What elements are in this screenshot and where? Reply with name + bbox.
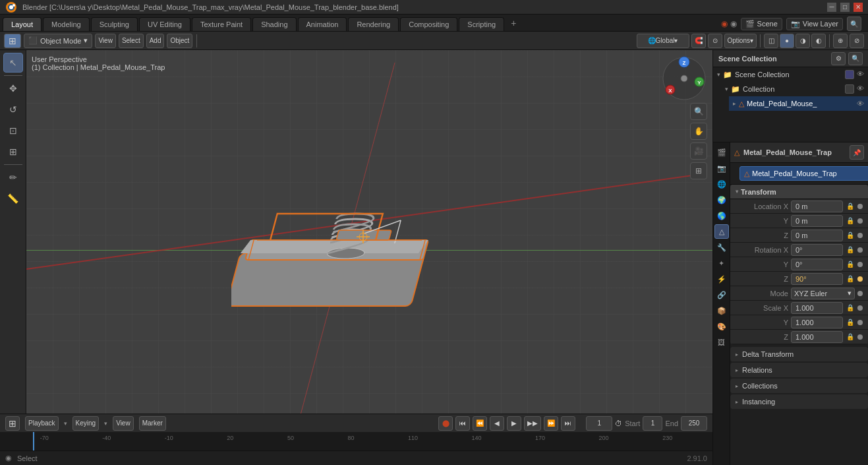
scale-z-dot[interactable] <box>857 334 863 340</box>
rot-mode-dot[interactable] <box>857 291 863 296</box>
constraints-props-tab[interactable]: 🔗 <box>714 288 729 302</box>
modifier-props-tab[interactable]: 🔧 <box>714 240 729 255</box>
marker-menu[interactable]: Marker <box>139 416 166 431</box>
tab-layout[interactable]: Layout <box>3 17 42 31</box>
select-tool-btn[interactable]: ↖ <box>3 53 23 73</box>
loc-x-dot[interactable] <box>857 204 863 209</box>
tab-sculpting[interactable]: Sculpting <box>91 17 138 31</box>
tab-uv-editing[interactable]: UV Editing <box>139 17 190 31</box>
scale-z-lock[interactable]: 🔒 <box>846 332 855 342</box>
tab-animation[interactable]: Animation <box>298 17 347 31</box>
next-frame-btn[interactable]: ⏩ <box>544 416 558 431</box>
sc-checkbox[interactable] <box>845 70 854 79</box>
sc-eye[interactable]: 👁 <box>857 70 864 79</box>
tab-modeling[interactable]: Modeling <box>43 17 90 31</box>
play-btn[interactable]: ▶ <box>507 416 521 431</box>
add-menu[interactable]: Add <box>146 34 165 48</box>
scale-z-value[interactable]: 1.000 <box>791 331 843 343</box>
transform-header[interactable]: ▾ Transform <box>730 185 868 199</box>
add-workspace-btn[interactable]: + <box>506 15 521 31</box>
snap-btn[interactable]: 🧲 <box>691 34 706 48</box>
scene-selector[interactable]: 🎬 Scene <box>741 18 782 30</box>
view-layer-selector[interactable]: 📷 View Layer <box>786 18 843 30</box>
rot-x-dot[interactable] <box>857 247 863 253</box>
view-timeline-menu[interactable]: View <box>113 416 134 431</box>
render-props-tab[interactable]: 🎬 <box>714 145 729 160</box>
outliner-collection[interactable]: ▾ 📁 Collection 👁 <box>721 82 868 96</box>
solid-btn[interactable]: ● <box>780 34 794 48</box>
outliner-filter-btn[interactable]: ⚙ <box>831 52 846 65</box>
col-eye[interactable]: 👁 <box>857 84 864 94</box>
world-props-tab[interactable]: 🌎 <box>714 208 729 223</box>
loc-y-dot[interactable] <box>857 218 863 224</box>
wireframe-btn[interactable]: ◫ <box>764 34 778 48</box>
view-menu[interactable]: View <box>95 34 116 48</box>
pan-btn[interactable]: ✋ <box>690 123 707 140</box>
select-menu[interactable]: Select <box>119 34 144 48</box>
next-keyframe-btn[interactable]: ▶▶ <box>524 416 541 431</box>
minimize-btn[interactable]: ─ <box>827 3 836 12</box>
rotate-tool-btn[interactable]: ↺ <box>3 100 23 119</box>
physics-props-tab[interactable]: ⚡ <box>714 272 729 286</box>
material-preview-btn[interactable]: ◑ <box>796 34 810 48</box>
relations-toggle[interactable]: ▸ Relations <box>730 363 868 377</box>
timeline-ruler[interactable]: -70 -40 -10 20 50 80 110 140 170 200 230 <box>0 432 712 450</box>
transform-global[interactable]: 🌐 Global ▾ <box>637 34 689 48</box>
rot-z-dot[interactable] <box>857 276 863 282</box>
outliner-scene-collection[interactable]: ▾ 📁 Scene Collection 👁 <box>713 67 868 82</box>
scale-x-lock[interactable]: 🔒 <box>846 303 855 313</box>
close-btn[interactable]: ✕ <box>854 3 863 12</box>
scale-y-dot[interactable] <box>857 320 863 325</box>
prev-keyframe-btn[interactable]: ◀ <box>490 416 504 431</box>
mp-eye[interactable]: 👁 <box>857 100 864 108</box>
scale-x-value[interactable]: 1.000 <box>791 302 843 314</box>
search-btn[interactable]: 🔍 <box>847 16 861 31</box>
measure-tool-btn[interactable]: 📏 <box>3 189 23 208</box>
navigation-gizmo[interactable]: Z Y X <box>661 55 707 102</box>
rot-x-lock[interactable]: 🔒 <box>846 245 855 255</box>
object-props-tab[interactable]: △ <box>714 224 729 239</box>
editor-type-timeline[interactable]: ⊞ <box>5 416 20 431</box>
prev-frame-btn[interactable]: ⏪ <box>473 416 487 431</box>
rot-z-lock[interactable]: 🔒 <box>846 274 855 284</box>
scale-x-dot[interactable] <box>857 305 863 311</box>
object-menu[interactable]: Object <box>167 34 192 48</box>
rot-z-value[interactable]: 90° <box>791 273 843 285</box>
collections-toggle[interactable]: ▸ Collections <box>730 379 868 393</box>
material-props-tab[interactable]: 🎨 <box>714 319 729 334</box>
scale-y-lock[interactable]: 🔒 <box>846 318 855 327</box>
object-selector[interactable]: △ Metal_Pedal_Mouse_Trap <box>739 166 868 181</box>
move-tool-btn[interactable]: ✥ <box>3 78 23 98</box>
playback-menu[interactable]: Playback <box>25 416 59 431</box>
perspective-btn[interactable]: ⊞ <box>690 162 707 179</box>
loc-y-value[interactable]: 0 m <box>791 215 843 227</box>
scale-y-value[interactable]: 1.000 <box>791 317 843 328</box>
particles-props-tab[interactable]: ✦ <box>714 256 729 270</box>
skip-end-btn[interactable]: ⏭ <box>561 416 575 431</box>
data-props-tab[interactable]: 📦 <box>714 303 729 318</box>
end-frame[interactable]: 250 <box>681 416 707 431</box>
loc-y-lock[interactable]: 🔒 <box>846 216 855 226</box>
annotate-tool-btn[interactable]: ✏ <box>3 168 23 187</box>
keying-menu[interactable]: Keying <box>72 416 100 431</box>
rot-y-lock[interactable]: 🔒 <box>846 260 855 269</box>
tab-scripting[interactable]: Scripting <box>459 17 504 31</box>
options-btn[interactable]: Options ▾ <box>724 34 757 48</box>
rot-x-value[interactable]: 0° <box>791 244 843 256</box>
record-btn[interactable]: ⬤ <box>438 416 453 431</box>
loc-z-value[interactable]: 0 m <box>791 230 843 241</box>
delta-transform-toggle[interactable]: ▸ Delta Transform <box>730 347 868 361</box>
zoom-to-fit-btn[interactable]: 🔍 <box>690 103 707 120</box>
start-frame[interactable]: 1 <box>643 416 662 431</box>
scene-props-tab[interactable]: 🌍 <box>714 193 729 207</box>
pin-btn[interactable]: 📌 <box>850 145 864 160</box>
tab-rendering[interactable]: Rendering <box>348 17 399 31</box>
texture-props-tab[interactable]: 🖼 <box>714 335 729 350</box>
camera-view-btn[interactable]: 🎥 <box>690 142 707 160</box>
overlay-btn[interactable]: ⊕ <box>833 34 848 48</box>
maximize-btn[interactable]: □ <box>840 3 850 12</box>
tab-compositing[interactable]: Compositing <box>400 17 457 31</box>
editor-type-btn[interactable]: ⊞ <box>4 34 21 48</box>
rendered-btn[interactable]: ◐ <box>811 34 826 48</box>
current-frame[interactable]: 1 <box>586 416 612 431</box>
